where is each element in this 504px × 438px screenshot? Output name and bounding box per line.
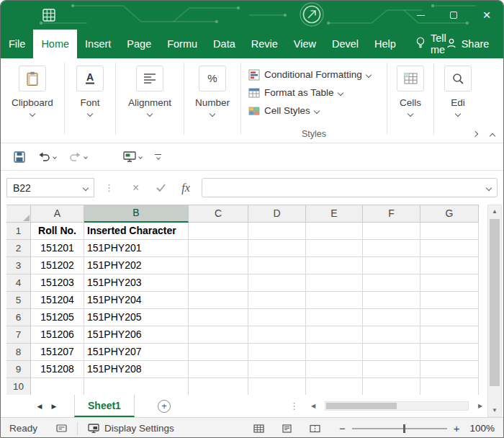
cell-D4[interactable] [248,274,306,292]
tab-review[interactable]: Revie [243,30,286,58]
conditional-formatting-button[interactable]: Conditional Formatting [248,66,371,84]
column-header-D[interactable]: D [248,205,306,223]
row-header-9[interactable]: 9 [6,361,31,378]
cell-B5[interactable]: 151PHY204 [84,292,189,309]
save-button[interactable] [9,148,30,166]
undo-button[interactable] [34,149,60,164]
ribbon-group-cells[interactable]: Cells [387,58,433,143]
formula-input[interactable] [202,178,498,197]
tab-formulas[interactable]: Formu [159,30,205,58]
cell-B7[interactable]: 151PHY206 [84,326,189,344]
tab-insert[interactable]: Insert [77,30,119,58]
row-header-7[interactable]: 7 [6,326,31,344]
cell-C8[interactable] [189,344,248,361]
cell-G8[interactable] [420,344,479,361]
cell-G5[interactable] [420,292,479,309]
share-button[interactable]: Share [446,30,490,58]
insert-function-button[interactable]: fx [174,182,197,195]
column-header-G[interactable]: G [420,205,479,223]
vertical-scrollbar[interactable]: ▲ ▼ [487,205,502,417]
cell-F8[interactable] [363,344,420,361]
horizontal-scrollbar[interactable] [325,401,469,411]
cell-D7[interactable] [248,326,306,344]
cell-G3[interactable] [420,257,479,274]
cell-E7[interactable] [306,326,363,344]
cell-A4[interactable]: 151203 [31,274,84,292]
zoom-slider[interactable] [352,428,447,429]
cell-A10[interactable] [31,378,84,395]
tab-file[interactable]: File [1,30,33,58]
row-header-2[interactable]: 2 [6,240,31,257]
tell-me-button[interactable]: Tell me [415,30,446,58]
column-header-F[interactable]: F [363,205,420,223]
cell-B4[interactable]: 151PHY203 [84,274,189,292]
cell-C7[interactable] [189,326,248,344]
macro-record-icon[interactable] [56,424,67,432]
cell-A2[interactable]: 151201 [31,240,84,257]
cell-styles-button[interactable]: Cell Styles [248,102,319,120]
row-header-4[interactable]: 4 [6,274,31,292]
cell-C3[interactable] [189,257,248,274]
row-header-10[interactable]: 10 [6,378,31,395]
cell-G9[interactable] [420,361,479,378]
column-header-E[interactable]: E [306,205,363,223]
cell-E1[interactable] [306,223,363,240]
zoom-level[interactable]: 100% [469,423,495,434]
cell-F10[interactable] [363,378,420,395]
cell-C10[interactable] [189,378,248,395]
cell-C9[interactable] [189,361,248,378]
cell-F6[interactable] [363,309,420,326]
ribbon-group-font[interactable]: A Font [65,58,115,143]
cell-E8[interactable] [306,344,363,361]
page-layout-view-button[interactable] [282,424,292,433]
maximize-button[interactable] [437,1,470,30]
cell-G7[interactable] [420,326,479,344]
zoom-in-button[interactable]: + [454,422,460,434]
row-header-5[interactable]: 5 [6,292,31,309]
cell-F7[interactable] [363,326,420,344]
cell-E10[interactable] [306,378,363,395]
cell-B9[interactable]: 151PHY208 [84,361,189,378]
cell-C5[interactable] [189,292,248,309]
cell-D8[interactable] [248,344,306,361]
ribbon-group-alignment[interactable]: Alignment [116,58,184,143]
cell-A7[interactable]: 151206 [31,326,84,344]
tab-view[interactable]: View [286,30,324,58]
cell-D1[interactable] [248,223,306,240]
cell-E6[interactable] [306,309,363,326]
tab-page-layout[interactable]: Page [119,30,159,58]
tab-developer[interactable]: Devel [324,30,366,58]
tab-home[interactable]: Home [33,30,77,58]
cell-D10[interactable] [248,378,306,395]
row-header-3[interactable]: 3 [6,257,31,274]
cell-G1[interactable] [420,223,479,240]
cell-B3[interactable]: 151PHY202 [84,257,189,274]
select-all-corner[interactable] [6,205,31,223]
cell-A8[interactable]: 151207 [31,344,84,361]
cell-C4[interactable] [189,274,248,292]
cell-F1[interactable] [363,223,420,240]
cell-F3[interactable] [363,257,420,274]
sheet-tab-sheet1[interactable]: Sheet1 [74,395,135,417]
format-as-table-button[interactable]: Format as Table [248,84,343,102]
normal-view-button[interactable] [253,424,264,433]
cell-B8[interactable]: 151PHY207 [84,344,189,361]
cancel-button[interactable]: × [124,182,148,195]
scroll-up-icon[interactable]: ▲ [488,205,501,218]
cell-B1[interactable]: Inserted Character [84,223,189,240]
scroll-right-icon[interactable]: ▶ [474,403,486,409]
page-break-view-button[interactable] [310,424,320,433]
tab-data[interactable]: Data [205,30,243,58]
cell-E3[interactable] [306,257,363,274]
cell-G2[interactable] [420,240,479,257]
cell-A6[interactable]: 151205 [31,309,84,326]
horizontal-scroll-thumb[interactable] [326,403,397,409]
column-header-C[interactable]: C [189,205,248,223]
ribbon-group-clipboard[interactable]: Clipboard [1,58,64,143]
next-sheet-icon[interactable]: ▶ [47,403,61,410]
previous-sheet-icon[interactable]: ◀ [32,403,47,410]
cell-F4[interactable] [363,274,420,292]
cell-E4[interactable] [306,274,363,292]
cell-D9[interactable] [248,361,306,378]
cell-E2[interactable] [306,240,363,257]
